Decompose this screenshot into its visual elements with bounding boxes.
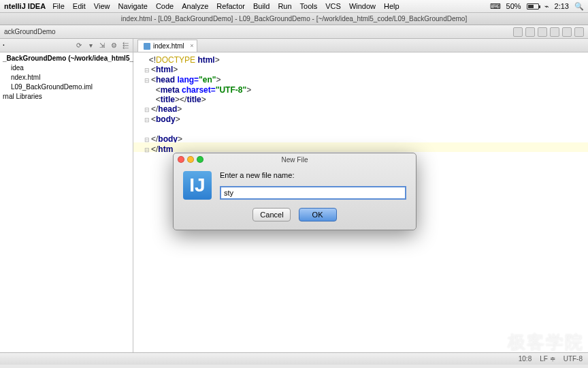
breadcrumb[interactable]: ackGroundDemo bbox=[4, 28, 56, 35]
tree-item[interactable]: idea bbox=[0, 63, 133, 73]
menu-build[interactable]: Build bbox=[253, 2, 270, 10]
window-minimize-icon[interactable] bbox=[187, 156, 194, 163]
menu-edit[interactable]: Edit bbox=[73, 2, 86, 10]
tree-root[interactable]: _BackGroundDemo (~/work/idea_html5_cc bbox=[0, 54, 133, 63]
project-expand-icon[interactable]: ⇲ bbox=[97, 41, 107, 50]
search-icon[interactable] bbox=[574, 27, 584, 37]
sort-icon[interactable] bbox=[513, 27, 523, 37]
editor-tab[interactable]: index.html × bbox=[137, 40, 197, 52]
project-refresh-icon[interactable]: ⟳ bbox=[74, 41, 84, 50]
toolbar-right bbox=[513, 27, 584, 37]
tree-item[interactable]: rnal Libraries bbox=[0, 92, 133, 102]
editor-tabs: index.html × bbox=[133, 39, 588, 52]
dialog-prompt: Enter a new file name: bbox=[220, 171, 406, 179]
new-file-dialog: New File IJ Enter a new file name: Cance… bbox=[173, 153, 416, 230]
app-name: ntelliJ IDEA bbox=[4, 2, 46, 10]
menu-vcs[interactable]: VCS bbox=[325, 2, 341, 10]
ok-button[interactable]: OK bbox=[299, 208, 337, 221]
line-separator[interactable]: LF ≑ bbox=[540, 355, 555, 363]
menubar-status: ⌨ 50% ⌁ 2:13 🔍 bbox=[490, 2, 584, 11]
menu-analyze[interactable]: Analyze bbox=[182, 2, 208, 10]
window-title: index.html - [L09_BackGroundDemo] - L09_… bbox=[0, 13, 588, 25]
run-icon[interactable] bbox=[538, 27, 547, 37]
menu-file[interactable]: File bbox=[52, 2, 65, 10]
project-tree[interactable]: _BackGroundDemo (~/work/idea_html5_cc id… bbox=[0, 52, 133, 103]
tab-label: index.html bbox=[153, 40, 184, 52]
project-tab-label[interactable]: · bbox=[3, 40, 5, 52]
project-gear-icon[interactable]: ⚙ bbox=[109, 41, 118, 50]
spotlight-icon: 🔍 bbox=[574, 2, 584, 11]
tree-item[interactable]: ndex.html bbox=[0, 73, 133, 82]
debug-icon[interactable] bbox=[550, 27, 559, 37]
status-bar: 10:8 LF ≑ UTF-8 bbox=[0, 352, 588, 365]
menu-navigate[interactable]: Navigate bbox=[118, 2, 147, 10]
nav-back-icon[interactable] bbox=[525, 27, 535, 37]
project-hide-icon[interactable]: ⬱ bbox=[120, 41, 130, 50]
menu-help[interactable]: Help bbox=[384, 2, 399, 10]
project-panel-header: · ⟳ ▾ ⇲ ⚙ ⬱ bbox=[0, 39, 133, 52]
file-encoding[interactable]: UTF-8 bbox=[564, 355, 583, 363]
input-icon: ⌨ bbox=[490, 2, 501, 11]
menu-run[interactable]: Run bbox=[278, 2, 291, 10]
intellij-logo-icon: IJ bbox=[183, 171, 212, 200]
cancel-button[interactable]: Cancel bbox=[252, 208, 291, 221]
html-file-icon bbox=[144, 43, 150, 50]
wifi-icon: ⌁ bbox=[544, 2, 549, 11]
project-panel: · ⟳ ▾ ⇲ ⚙ ⬱ _BackGroundDemo (~/work/idea… bbox=[0, 39, 133, 352]
breadcrumb-bar: ackGroundDemo bbox=[0, 25, 588, 39]
menu-refactor[interactable]: Refactor bbox=[216, 2, 245, 10]
macos-menubar: ntelliJ IDEA File Edit View Navigate Cod… bbox=[0, 0, 588, 13]
menu-window[interactable]: Window bbox=[349, 2, 376, 10]
menu-view[interactable]: View bbox=[94, 2, 110, 10]
clock: 2:13 bbox=[555, 2, 569, 10]
battery-icon bbox=[527, 3, 539, 10]
menu-code[interactable]: Code bbox=[156, 2, 174, 10]
cursor-position: 10:8 bbox=[519, 355, 532, 363]
tree-item[interactable]: L09_BackGroundDemo.iml bbox=[0, 82, 133, 92]
window-zoom-icon[interactable] bbox=[197, 156, 203, 163]
project-collapse-icon[interactable]: ▾ bbox=[86, 41, 95, 50]
dialog-titlebar: New File bbox=[174, 153, 416, 166]
stop-icon[interactable] bbox=[562, 27, 572, 37]
filename-input[interactable] bbox=[220, 186, 406, 200]
window-close-icon[interactable] bbox=[178, 156, 184, 163]
close-icon[interactable]: × bbox=[190, 40, 193, 52]
menu-tools[interactable]: Tools bbox=[300, 2, 318, 10]
dialog-title: New File bbox=[174, 156, 416, 164]
battery-percent: 50% bbox=[506, 2, 521, 10]
